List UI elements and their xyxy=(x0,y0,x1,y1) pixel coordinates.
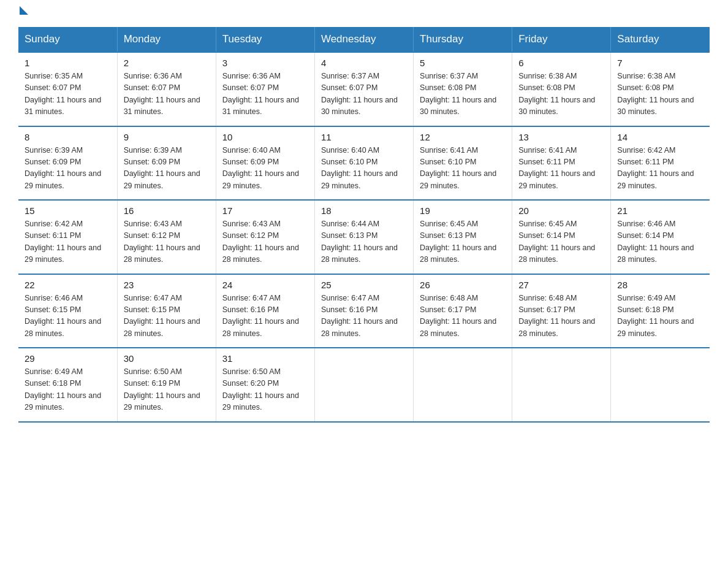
calendar-cell: 19Sunrise: 6:45 AMSunset: 6:13 PMDayligh… xyxy=(414,200,512,274)
week-row-5: 29Sunrise: 6:49 AMSunset: 6:18 PMDayligh… xyxy=(18,348,710,422)
day-info: Sunrise: 6:43 AMSunset: 6:12 PMDaylight:… xyxy=(222,220,299,264)
day-number: 4 xyxy=(321,58,407,68)
day-info: Sunrise: 6:38 AMSunset: 6:08 PMDaylight:… xyxy=(617,72,694,116)
day-info: Sunrise: 6:42 AMSunset: 6:11 PMDaylight:… xyxy=(617,146,694,190)
calendar-cell: 6Sunrise: 6:38 AMSunset: 6:08 PMDaylight… xyxy=(512,52,611,126)
day-number: 12 xyxy=(420,132,506,142)
calendar-cell: 3Sunrise: 6:36 AMSunset: 6:07 PMDaylight… xyxy=(216,52,314,126)
day-number: 26 xyxy=(420,280,506,290)
calendar-cell xyxy=(611,348,710,422)
calendar-cell: 22Sunrise: 6:46 AMSunset: 6:15 PMDayligh… xyxy=(18,274,117,348)
day-info: Sunrise: 6:50 AMSunset: 6:20 PMDaylight:… xyxy=(222,367,299,412)
day-info: Sunrise: 6:49 AMSunset: 6:18 PMDaylight:… xyxy=(617,294,694,338)
week-row-1: 1Sunrise: 6:35 AMSunset: 6:07 PMDaylight… xyxy=(18,52,710,126)
day-number: 27 xyxy=(518,280,604,290)
header-thursday: Thursday xyxy=(414,27,512,52)
day-number: 1 xyxy=(25,58,111,68)
day-info: Sunrise: 6:36 AMSunset: 6:07 PMDaylight:… xyxy=(222,72,299,116)
day-info: Sunrise: 6:49 AMSunset: 6:18 PMDaylight:… xyxy=(25,367,101,412)
day-number: 31 xyxy=(222,353,308,364)
day-info: Sunrise: 6:47 AMSunset: 6:15 PMDaylight:… xyxy=(124,294,200,338)
calendar-cell: 9Sunrise: 6:39 AMSunset: 6:09 PMDaylight… xyxy=(117,126,216,201)
calendar-body: 1Sunrise: 6:35 AMSunset: 6:07 PMDaylight… xyxy=(18,52,710,422)
day-number: 23 xyxy=(124,280,210,290)
day-number: 17 xyxy=(222,205,308,216)
calendar-cell: 31Sunrise: 6:50 AMSunset: 6:20 PMDayligh… xyxy=(216,348,314,422)
day-info: Sunrise: 6:38 AMSunset: 6:08 PMDaylight:… xyxy=(518,72,595,116)
day-info: Sunrise: 6:35 AMSunset: 6:07 PMDaylight:… xyxy=(25,72,101,116)
week-row-2: 8Sunrise: 6:39 AMSunset: 6:09 PMDaylight… xyxy=(18,126,710,201)
day-number: 16 xyxy=(124,205,210,216)
page-header xyxy=(18,12,710,15)
day-info: Sunrise: 6:36 AMSunset: 6:07 PMDaylight:… xyxy=(124,72,200,116)
calendar-header: SundayMondayTuesdayWednesdayThursdayFrid… xyxy=(18,27,710,52)
day-number: 15 xyxy=(25,205,111,216)
calendar-cell: 30Sunrise: 6:50 AMSunset: 6:19 PMDayligh… xyxy=(117,348,216,422)
calendar-cell: 27Sunrise: 6:48 AMSunset: 6:17 PMDayligh… xyxy=(512,274,611,348)
day-info: Sunrise: 6:39 AMSunset: 6:09 PMDaylight:… xyxy=(25,146,101,190)
day-number: 30 xyxy=(124,353,210,364)
calendar-cell: 7Sunrise: 6:38 AMSunset: 6:08 PMDaylight… xyxy=(611,52,710,126)
day-info: Sunrise: 6:45 AMSunset: 6:13 PMDaylight:… xyxy=(420,220,496,264)
header-saturday: Saturday xyxy=(611,27,710,52)
day-info: Sunrise: 6:39 AMSunset: 6:09 PMDaylight:… xyxy=(124,146,200,190)
calendar-cell: 21Sunrise: 6:46 AMSunset: 6:14 PMDayligh… xyxy=(611,200,710,274)
day-number: 6 xyxy=(518,58,604,68)
week-row-4: 22Sunrise: 6:46 AMSunset: 6:15 PMDayligh… xyxy=(18,274,710,348)
day-number: 3 xyxy=(222,58,308,68)
calendar-cell xyxy=(512,348,611,422)
calendar-cell: 8Sunrise: 6:39 AMSunset: 6:09 PMDaylight… xyxy=(18,126,117,201)
day-number: 7 xyxy=(617,58,703,68)
day-info: Sunrise: 6:44 AMSunset: 6:13 PMDaylight:… xyxy=(321,220,398,264)
week-row-3: 15Sunrise: 6:42 AMSunset: 6:11 PMDayligh… xyxy=(18,200,710,274)
day-info: Sunrise: 6:43 AMSunset: 6:12 PMDaylight:… xyxy=(124,220,200,264)
calendar-cell: 4Sunrise: 6:37 AMSunset: 6:07 PMDaylight… xyxy=(314,52,413,126)
day-number: 10 xyxy=(222,132,308,142)
day-number: 13 xyxy=(518,132,604,142)
day-number: 8 xyxy=(25,132,111,142)
day-number: 24 xyxy=(222,280,308,290)
day-number: 11 xyxy=(321,132,407,142)
day-number: 28 xyxy=(617,280,703,290)
calendar-cell: 29Sunrise: 6:49 AMSunset: 6:18 PMDayligh… xyxy=(18,348,117,422)
calendar-cell: 1Sunrise: 6:35 AMSunset: 6:07 PMDaylight… xyxy=(18,52,117,126)
header-sunday: Sunday xyxy=(18,27,117,52)
day-info: Sunrise: 6:37 AMSunset: 6:07 PMDaylight:… xyxy=(321,72,398,116)
day-info: Sunrise: 6:48 AMSunset: 6:17 PMDaylight:… xyxy=(420,294,496,338)
calendar-cell xyxy=(314,348,413,422)
day-number: 22 xyxy=(25,280,111,290)
calendar-cell: 2Sunrise: 6:36 AMSunset: 6:07 PMDaylight… xyxy=(117,52,216,126)
calendar-cell: 23Sunrise: 6:47 AMSunset: 6:15 PMDayligh… xyxy=(117,274,216,348)
calendar-cell: 20Sunrise: 6:45 AMSunset: 6:14 PMDayligh… xyxy=(512,200,611,274)
calendar-table: SundayMondayTuesdayWednesdayThursdayFrid… xyxy=(18,27,710,423)
day-info: Sunrise: 6:46 AMSunset: 6:15 PMDaylight:… xyxy=(25,294,101,338)
header-tuesday: Tuesday xyxy=(216,27,314,52)
day-number: 14 xyxy=(617,132,703,142)
calendar-cell: 17Sunrise: 6:43 AMSunset: 6:12 PMDayligh… xyxy=(216,200,314,274)
day-info: Sunrise: 6:40 AMSunset: 6:10 PMDaylight:… xyxy=(321,146,398,190)
day-number: 25 xyxy=(321,280,407,290)
calendar-cell: 18Sunrise: 6:44 AMSunset: 6:13 PMDayligh… xyxy=(314,200,413,274)
calendar-cell: 11Sunrise: 6:40 AMSunset: 6:10 PMDayligh… xyxy=(314,126,413,201)
header-monday: Monday xyxy=(117,27,216,52)
day-number: 21 xyxy=(617,205,703,216)
day-number: 19 xyxy=(420,205,506,216)
day-number: 2 xyxy=(124,58,210,68)
day-info: Sunrise: 6:46 AMSunset: 6:14 PMDaylight:… xyxy=(617,220,694,264)
day-info: Sunrise: 6:48 AMSunset: 6:17 PMDaylight:… xyxy=(518,294,595,338)
day-info: Sunrise: 6:50 AMSunset: 6:19 PMDaylight:… xyxy=(124,367,200,412)
day-info: Sunrise: 6:41 AMSunset: 6:11 PMDaylight:… xyxy=(518,146,595,190)
day-number: 20 xyxy=(518,205,604,216)
header-wednesday: Wednesday xyxy=(314,27,413,52)
day-info: Sunrise: 6:47 AMSunset: 6:16 PMDaylight:… xyxy=(321,294,398,338)
calendar-cell: 14Sunrise: 6:42 AMSunset: 6:11 PMDayligh… xyxy=(611,126,710,201)
day-number: 5 xyxy=(420,58,506,68)
calendar-cell: 26Sunrise: 6:48 AMSunset: 6:17 PMDayligh… xyxy=(414,274,512,348)
day-info: Sunrise: 6:41 AMSunset: 6:10 PMDaylight:… xyxy=(420,146,496,190)
calendar-cell: 15Sunrise: 6:42 AMSunset: 6:11 PMDayligh… xyxy=(18,200,117,274)
calendar-cell: 5Sunrise: 6:37 AMSunset: 6:08 PMDaylight… xyxy=(414,52,512,126)
day-number: 9 xyxy=(124,132,210,142)
day-info: Sunrise: 6:47 AMSunset: 6:16 PMDaylight:… xyxy=(222,294,299,338)
day-number: 18 xyxy=(321,205,407,216)
day-number: 29 xyxy=(25,353,111,364)
